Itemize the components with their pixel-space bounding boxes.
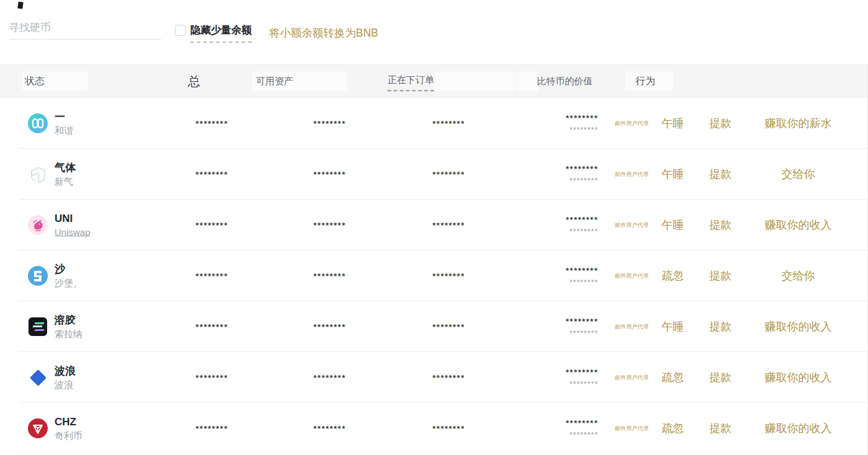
- header-actions: 行为: [636, 74, 655, 87]
- in-order-value: ********: [379, 221, 465, 230]
- deposit-action-link[interactable]: 午睡: [654, 319, 691, 334]
- table-row: UNI Uniswap ******** ******** ******** *…: [0, 200, 868, 250]
- asset-table-body: 一 和谐 ******** ******** ******** ********…: [0, 98, 868, 454]
- coin-name-cell: 沙 沙堡。: [55, 263, 82, 289]
- coin-name: 溶胶: [55, 314, 82, 327]
- btc-value: ********: [505, 215, 598, 224]
- btc-value: ********: [505, 266, 598, 275]
- withdraw-action-link[interactable]: 提款: [701, 370, 740, 385]
- hide-small-balances-control: 隐藏少量余额: [175, 24, 252, 43]
- coin-subname: 奇利币: [55, 429, 82, 442]
- total-value: ********: [143, 373, 228, 382]
- trade-earn-action-link[interactable]: 赚取你的薪水: [747, 116, 849, 131]
- coin-subname: 索拉纳: [55, 327, 82, 340]
- in-order-value: ********: [379, 170, 465, 179]
- deposit-action-link[interactable]: 疏忽: [654, 268, 691, 283]
- btc-fiat-value: ********: [505, 228, 598, 235]
- coin-name: 沙: [55, 263, 82, 276]
- deposit-action-link[interactable]: 午睡: [654, 116, 691, 131]
- header-status: 状态: [25, 74, 45, 87]
- agent-tag-label[interactable]: 邮件用户代理: [614, 171, 650, 178]
- total-value: ********: [143, 272, 228, 281]
- table-row: 气体 新气 ******** ******** ******** *******…: [0, 149, 868, 200]
- btc-value-cell: ******** ********: [505, 418, 598, 438]
- in-order-value: ********: [379, 424, 465, 433]
- table-row: CHZ 奇利币 ******** ******** ******** *****…: [0, 403, 868, 454]
- agent-tag-label[interactable]: 邮件用户代理: [614, 374, 650, 381]
- coin-name: 气体: [55, 161, 76, 175]
- trade-earn-action-link[interactable]: 赚取你的收入: [747, 319, 849, 334]
- coin-subname: 波浪: [55, 378, 76, 391]
- agent-tag-label[interactable]: 邮件用户代理: [614, 120, 650, 127]
- agent-tag-label[interactable]: 邮件用户代理: [614, 324, 650, 330]
- coin-subname: 沙堡。: [55, 276, 82, 289]
- deposit-action-link[interactable]: 疏忽: [654, 370, 691, 385]
- btc-fiat-value: ********: [505, 380, 598, 387]
- withdraw-action-link[interactable]: 提款: [701, 319, 740, 334]
- available-value: ********: [260, 272, 346, 281]
- withdraw-action-link[interactable]: 提款: [701, 421, 740, 436]
- coin-name-cell: 一 和谐: [55, 110, 73, 137]
- btc-value: ********: [505, 164, 598, 174]
- in-order-value: ********: [379, 373, 465, 382]
- btc-fiat-value: ********: [505, 329, 598, 337]
- header-in-order[interactable]: 正在下订单: [388, 74, 434, 91]
- btc-fiat-value: ********: [505, 431, 598, 438]
- total-value: ********: [143, 221, 228, 230]
- coin-name: CHZ: [55, 415, 82, 429]
- trade-earn-action-link[interactable]: 交给你: [747, 167, 849, 182]
- btc-value: ********: [505, 317, 598, 326]
- btc-fiat-value: ********: [505, 177, 598, 184]
- agent-tag-label[interactable]: 邮件用户代理: [614, 425, 650, 432]
- translate-highlight: [434, 71, 516, 91]
- trade-earn-action-link[interactable]: 赚取你的收入: [747, 421, 849, 436]
- agent-tag-label[interactable]: 邮件用户代理: [614, 273, 650, 280]
- search-coin-input[interactable]: [9, 16, 161, 40]
- toolbar: 隐藏少量余额 将小额余额转换为BNB: [0, 0, 868, 64]
- agent-tag-label[interactable]: 邮件用户代理: [614, 222, 650, 229]
- uniswap-icon: [28, 215, 48, 235]
- coin-name: 波浪: [55, 364, 76, 378]
- total-value: ********: [143, 170, 228, 179]
- gas-icon: [28, 164, 48, 184]
- hide-small-checkbox[interactable]: [175, 25, 186, 36]
- in-order-value: ********: [379, 119, 465, 128]
- btc-fiat-value: ********: [505, 126, 598, 133]
- coin-name-cell: 波浪 波浪: [55, 364, 76, 391]
- coin-name-cell: CHZ 奇利币: [55, 415, 82, 442]
- in-order-value: ********: [379, 272, 465, 281]
- table-row: 一 和谐 ******** ******** ******** ********…: [0, 98, 868, 149]
- withdraw-action-link[interactable]: 提款: [701, 116, 740, 131]
- available-value: ********: [260, 373, 346, 382]
- btc-value-cell: ******** ********: [505, 317, 598, 337]
- deposit-action-link[interactable]: 疏忽: [654, 421, 691, 436]
- waves-icon: [28, 368, 48, 387]
- withdraw-action-link[interactable]: 提款: [701, 218, 740, 232]
- table-header: 状态 总 可用资产 正在下订单 比特币的价值 行为: [0, 64, 868, 98]
- btc-value-cell: ******** ********: [505, 266, 598, 286]
- btc-value-cell: ******** ********: [505, 113, 598, 133]
- btc-fiat-value: ********: [505, 278, 598, 286]
- trade-earn-action-link[interactable]: 交给你: [747, 268, 849, 283]
- table-row: 沙 沙堡。 ******** ******** ******** *******…: [0, 250, 868, 301]
- header-total: 总: [188, 73, 200, 89]
- btc-value: ********: [505, 418, 598, 428]
- crop-artifact-mark: [17, 1, 23, 9]
- trade-earn-action-link[interactable]: 赚取你的收入: [747, 370, 849, 385]
- coin-subname: 和谐: [55, 124, 73, 137]
- withdraw-action-link[interactable]: 提款: [701, 167, 740, 182]
- convert-to-bnb-link[interactable]: 将小额余额转换为BNB: [269, 25, 378, 40]
- solana-icon: [28, 317, 48, 337]
- hide-small-label[interactable]: 隐藏少量余额: [190, 24, 252, 43]
- deposit-action-link[interactable]: 午睡: [654, 218, 691, 232]
- available-value: ********: [260, 322, 346, 332]
- coin-subname: 新气: [55, 175, 76, 188]
- coin-name-cell: UNI Uniswap: [55, 212, 91, 239]
- coin-name: 一: [55, 110, 73, 124]
- total-value: ********: [143, 322, 228, 332]
- withdraw-action-link[interactable]: 提款: [701, 268, 740, 283]
- trade-earn-action-link[interactable]: 赚取你的收入: [747, 218, 849, 232]
- deposit-action-link[interactable]: 午睡: [654, 167, 691, 182]
- in-order-value: ********: [379, 322, 465, 332]
- harmony-icon: [28, 113, 48, 133]
